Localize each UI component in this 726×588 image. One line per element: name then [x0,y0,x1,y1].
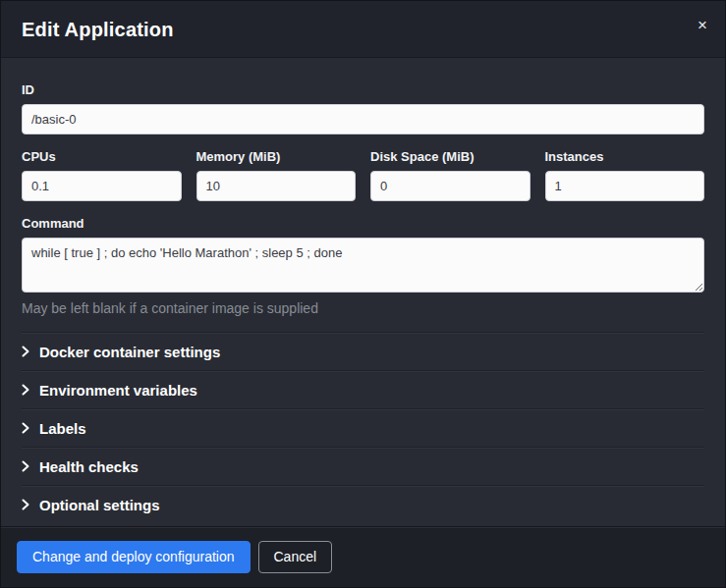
instances-label: Instances [545,149,705,164]
cpus-label: CPUs [22,149,182,164]
section-label: Environment variables [39,382,197,399]
disk-field-group: Disk Space (MiB) [370,134,531,201]
instances-field-group: Instances [545,134,705,201]
section-optional-settings[interactable]: Optional settings [22,485,704,523]
modal-body: ID CPUs Memory (MiB) Disk Space (MiB) In… [1,58,725,526]
submit-button[interactable]: Change and deploy configuration [17,541,251,573]
id-label: ID [22,82,704,97]
close-icon[interactable]: × [694,15,711,35]
section-label: Docker container settings [39,344,220,360]
chevron-right-icon [22,460,39,472]
command-help-text: May be left blank if a container image i… [22,300,704,316]
section-docker-container-settings[interactable]: Docker container settings [22,332,704,370]
section-health-checks[interactable]: Health checks [22,447,704,485]
disk-label: Disk Space (MiB) [370,149,531,164]
chevron-right-icon [22,422,39,434]
chevron-right-icon [22,499,39,510]
memory-field-group: Memory (MiB) [196,134,357,201]
section-labels[interactable]: Labels [22,408,704,447]
cpus-input[interactable] [22,171,182,201]
chevron-right-icon [22,346,39,357]
chevron-right-icon [22,384,39,396]
modal-title: Edit Application [22,19,704,41]
resources-row: CPUs Memory (MiB) Disk Space (MiB) Insta… [22,134,704,201]
edit-application-modal: Edit Application × ID CPUs Memory (MiB) … [0,0,726,588]
cpus-field-group: CPUs [22,134,182,201]
command-field-group: Command while [ true ] ; do echo 'Hello … [22,216,704,316]
id-input[interactable] [22,104,704,134]
memory-label: Memory (MiB) [196,149,357,164]
collapsible-sections: Docker container settings Environment va… [22,332,704,523]
cancel-button[interactable]: Cancel [258,541,333,573]
section-label: Health checks [39,458,139,475]
modal-footer: Change and deploy configuration Cancel [1,526,725,587]
section-environment-variables[interactable]: Environment variables [22,370,704,408]
disk-input[interactable] [370,171,531,201]
id-field-group: ID [22,82,704,134]
section-label: Labels [39,420,86,437]
command-label: Command [22,216,704,231]
section-label: Optional settings [39,497,160,513]
instances-input[interactable] [545,171,705,201]
modal-header: Edit Application × [1,1,725,58]
command-input[interactable]: while [ true ] ; do echo 'Hello Marathon… [22,238,704,293]
memory-input[interactable] [196,171,357,201]
